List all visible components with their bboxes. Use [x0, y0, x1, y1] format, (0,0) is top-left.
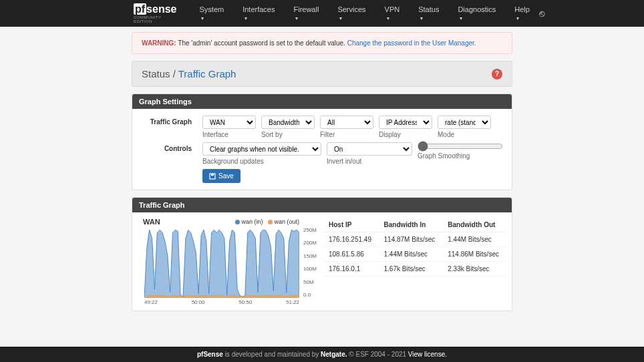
- chart-area: WAN wan (in) wan (out) 250M200M150M100M5…: [138, 218, 318, 305]
- breadcrumb-active: Traffic Graph: [178, 68, 236, 79]
- traffic-graph-label: Traffic Graph: [139, 116, 202, 126]
- logo[interactable]: pfsense COMMUNITY EDITION: [134, 3, 176, 23]
- nav-vpn[interactable]: VPN ▾: [375, 0, 410, 29]
- display-select[interactable]: IP Address: [379, 116, 432, 129]
- nav-interfaces[interactable]: Interfaces ▾: [233, 0, 284, 29]
- warning-label: WARNING:: [142, 39, 176, 47]
- nav-services[interactable]: Services ▾: [328, 0, 375, 29]
- panel-title-graph: Traffic Graph: [132, 198, 512, 212]
- table-row: 176.16.251.49114.87M Bits/sec1.44M Bits/…: [323, 232, 506, 247]
- graph-settings-panel: Graph Settings Traffic Graph WANInterfac…: [132, 94, 512, 190]
- table-header: Bandwidth In: [379, 218, 443, 232]
- help-icon[interactable]: ?: [492, 69, 502, 79]
- nav-firewall[interactable]: Firewall ▾: [284, 0, 328, 29]
- mode-select[interactable]: rate (standard): [438, 116, 491, 129]
- controls-label: Controls: [139, 142, 202, 152]
- breadcrumb-root[interactable]: Status: [142, 68, 170, 79]
- sortby-select[interactable]: Bandwidth In: [261, 116, 315, 129]
- save-button[interactable]: Save: [202, 169, 240, 183]
- traffic-graph-panel: Traffic Graph WAN wan (in) wan (out) 250…: [132, 197, 512, 311]
- traffic-chart: [144, 227, 299, 298]
- warning-alert: WARNING: The 'admin' account password is…: [132, 32, 512, 54]
- interface-select[interactable]: WAN: [202, 116, 256, 129]
- chart-title: WAN: [138, 218, 160, 226]
- panel-title-settings: Graph Settings: [132, 94, 512, 109]
- warning-text: The 'admin' account password is set to t…: [176, 39, 347, 47]
- save-icon: [209, 173, 216, 180]
- smoothing-slider[interactable]: [418, 142, 503, 150]
- breadcrumb: Status / Traffic Graph ?: [132, 61, 512, 87]
- legend-dot-out: [268, 220, 273, 224]
- top-navbar: pfsense COMMUNITY EDITION System ▾Interf…: [0, 0, 644, 27]
- legend-dot-in: [235, 220, 240, 224]
- nav-diagnostics[interactable]: Diagnostics ▾: [448, 0, 505, 29]
- invert-select[interactable]: On: [327, 142, 412, 156]
- change-password-link[interactable]: Change the password in the User Manager.: [347, 39, 476, 47]
- table-header: Bandwidth Out: [442, 218, 506, 232]
- table-row: 108.61.5.861.44M Bits/sec114.86M Bits/se…: [323, 247, 506, 262]
- nav-help[interactable]: Help ▾: [505, 0, 539, 29]
- bandwidth-table: Host IPBandwidth InBandwidth Out 176.16.…: [323, 218, 506, 277]
- svg-rect-1: [211, 174, 214, 176]
- filter-select[interactable]: All: [320, 116, 373, 129]
- logout-icon[interactable]: ⎋: [539, 8, 544, 19]
- nav-status[interactable]: Status ▾: [409, 0, 448, 29]
- nav-system[interactable]: System ▾: [190, 0, 233, 29]
- table-row: 176.16.0.11.67k Bits/sec2.33k Bits/sec: [323, 262, 506, 277]
- background-updates-select[interactable]: Clear graphs when not visible.: [202, 142, 321, 156]
- table-header: Host IP: [323, 218, 379, 232]
